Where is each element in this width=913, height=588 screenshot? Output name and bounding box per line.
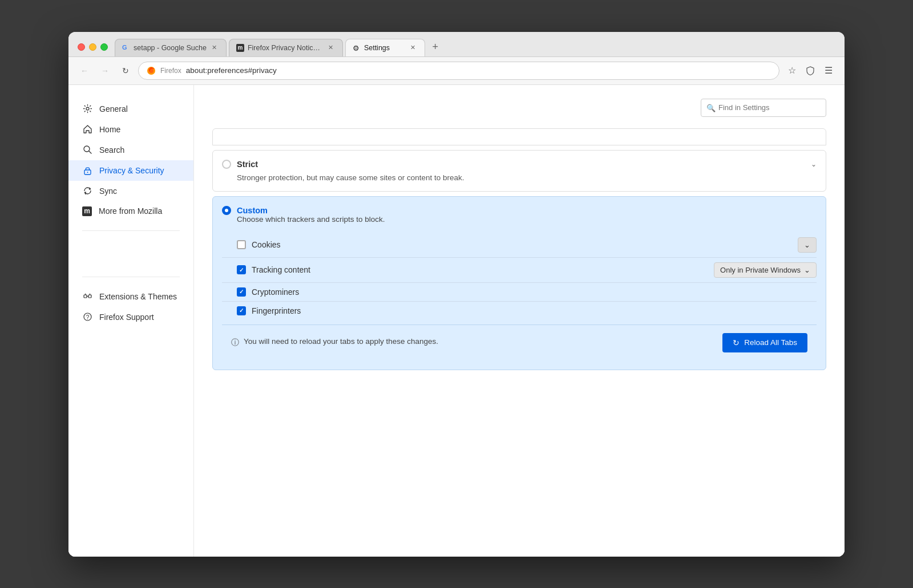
- strict-label-text: Strict: [237, 160, 258, 169]
- sidebar-item-mozilla[interactable]: m More from Mozilla: [68, 201, 193, 221]
- bookmark-button[interactable]: ☆: [784, 63, 800, 79]
- lock-icon: [82, 165, 92, 176]
- sidebar-item-privacy-label: Privacy & Security: [99, 166, 164, 175]
- fingerprinters-checkbox[interactable]: ✓: [237, 306, 246, 315]
- custom-trackers-list: Cookies ⌄ ✓ Tracking content Only in Pri…: [222, 233, 817, 320]
- custom-radio-button[interactable]: [222, 206, 231, 215]
- strict-option-description: Stronger protection, but may cause some …: [222, 173, 817, 182]
- sidebar-item-sync[interactable]: Sync: [68, 181, 193, 201]
- sidebar-divider-2: [82, 277, 180, 277]
- notice-text-content: You will need to reload your tabs to app…: [244, 337, 438, 346]
- custom-label-text: Custom: [237, 206, 268, 215]
- sidebar-bottom-nav: Extensions & Themes ? Firefox Support: [68, 286, 193, 327]
- tracking-content-dropdown-value: Only in Private Windows: [720, 266, 801, 274]
- tracker-row-cookies: Cookies ⌄: [222, 233, 817, 257]
- custom-protection-option: Custom Choose which trackers and scripts…: [212, 196, 826, 370]
- svg-rect-7: [84, 295, 87, 298]
- back-button[interactable]: ←: [76, 63, 92, 79]
- svg-point-6: [87, 172, 88, 173]
- sidebar-item-support[interactable]: ? Firefox Support: [68, 307, 193, 327]
- cookies-label: Cookies: [252, 240, 798, 249]
- tab-close-settings[interactable]: ✕: [409, 43, 418, 52]
- svg-point-2: [86, 107, 89, 110]
- sidebar-item-mozilla-label: More from Mozilla: [99, 206, 162, 216]
- tab-title-settings: Settings: [364, 44, 405, 52]
- browser-body: General Home: [68, 85, 845, 557]
- reload-button[interactable]: ↻: [118, 63, 134, 79]
- tab-setapp[interactable]: G setapp - Google Suche ✕: [115, 39, 227, 56]
- scroll-partial-top: [212, 128, 826, 145]
- minimize-window-button[interactable]: [89, 43, 96, 51]
- svg-line-4: [89, 151, 91, 153]
- home-icon: [82, 124, 92, 135]
- tab-close-setapp[interactable]: ✕: [210, 43, 219, 52]
- sidebar-item-search-label: Search: [99, 145, 124, 155]
- sidebar-item-home[interactable]: Home: [68, 119, 193, 140]
- extensions-icon: [82, 291, 92, 302]
- toolbar: ← → ↻ Firefox about:preferences#privacy …: [68, 57, 845, 85]
- find-in-settings-input[interactable]: [701, 99, 826, 117]
- tracking-content-label: Tracking content: [252, 265, 714, 274]
- tab-favicon-settings: ⚙: [353, 44, 361, 52]
- support-icon: ?: [82, 312, 92, 322]
- address-bar-firefox-label: Firefox: [160, 67, 181, 75]
- custom-option-label[interactable]: Custom: [222, 206, 268, 215]
- address-bar[interactable]: Firefox about:preferences#privacy: [138, 62, 779, 80]
- strict-protection-option: Strict ⌄ Stronger protection, but may ca…: [212, 150, 826, 192]
- tracking-content-dropdown[interactable]: Only in Private Windows ⌄: [714, 262, 817, 278]
- cryptominers-label: Cryptominers: [252, 287, 817, 297]
- tab-favicon-google: G: [122, 44, 130, 52]
- tab-title-setapp: setapp - Google Suche: [134, 44, 207, 52]
- sidebar-item-search[interactable]: Search: [68, 140, 193, 160]
- info-icon: ⓘ: [231, 338, 239, 348]
- sidebar-item-extensions-label: Extensions & Themes: [99, 292, 177, 301]
- sidebar-item-privacy[interactable]: Privacy & Security: [68, 160, 193, 181]
- reload-all-tabs-button[interactable]: ↻ Reload All Tabs: [722, 333, 807, 352]
- shield-button[interactable]: [802, 63, 818, 79]
- sync-icon: [82, 186, 92, 196]
- checkbox-checkmark-2: ✓: [239, 289, 244, 295]
- tracking-content-dropdown-chevron: ⌄: [804, 266, 810, 274]
- tab-settings[interactable]: ⚙ Settings ✕: [345, 39, 425, 56]
- search-icon: [82, 145, 92, 155]
- sidebar-item-support-label: Firefox Support: [99, 313, 154, 322]
- tab-close-privacy-notice[interactable]: ✕: [326, 43, 336, 52]
- sidebar-item-extensions[interactable]: Extensions & Themes: [68, 286, 193, 307]
- browser-window: G setapp - Google Suche ✕ m Firefox Priv…: [68, 32, 845, 557]
- sidebar-item-general-label: General: [99, 104, 128, 113]
- sidebar: General Home: [68, 85, 194, 557]
- reload-icon: ↻: [733, 338, 740, 347]
- fingerprinters-label: Fingerprinters: [252, 306, 817, 315]
- content-area: 🔍 Strict ⌄ Stronger protection, but may …: [194, 85, 845, 557]
- tracking-content-checkbox[interactable]: ✓: [237, 265, 246, 274]
- title-bar: G setapp - Google Suche ✕ m Firefox Priv…: [68, 32, 845, 57]
- find-search-icon: 🔍: [706, 103, 716, 112]
- strict-option-header: Strict ⌄: [222, 160, 817, 169]
- svg-rect-8: [88, 295, 91, 298]
- strict-chevron-icon: ⌄: [811, 160, 817, 168]
- strict-radio-button[interactable]: [222, 160, 231, 169]
- cryptominers-checkbox[interactable]: ✓: [237, 287, 246, 297]
- custom-option-header: Custom: [222, 206, 817, 215]
- close-window-button[interactable]: [78, 43, 85, 51]
- reload-notice: ⓘ You will need to reload your tabs to a…: [222, 325, 817, 360]
- checkbox-checkmark-3: ✓: [239, 307, 244, 314]
- sidebar-item-home-label: Home: [99, 125, 120, 134]
- toolbar-actions: ☆ ☰: [784, 63, 837, 79]
- sidebar-item-sync-label: Sync: [99, 186, 117, 196]
- tab-privacy-notice[interactable]: m Firefox Privacy Notice — Mozilla ✕: [229, 39, 343, 56]
- find-input-wrapper: 🔍: [701, 99, 826, 117]
- forward-button[interactable]: →: [97, 63, 113, 79]
- new-tab-button[interactable]: +: [427, 39, 443, 55]
- menu-button[interactable]: ☰: [821, 63, 837, 79]
- reload-btn-label: Reload All Tabs: [744, 338, 797, 347]
- maximize-window-button[interactable]: [100, 43, 108, 51]
- sidebar-item-general[interactable]: General: [68, 99, 193, 119]
- custom-option-description: Choose which trackers and scripts to blo…: [222, 215, 817, 224]
- strict-option-label[interactable]: Strict: [222, 160, 258, 169]
- find-in-settings: 🔍: [212, 99, 826, 117]
- cookies-checkbox[interactable]: [237, 240, 246, 249]
- svg-text:?: ?: [86, 314, 89, 321]
- cookies-dropdown[interactable]: ⌄: [798, 237, 817, 253]
- tab-favicon-mozilla: m: [236, 44, 244, 52]
